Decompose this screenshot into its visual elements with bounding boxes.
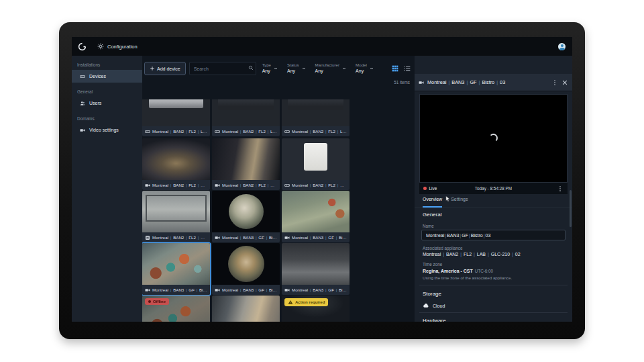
filter-manufacturer[interactable]: ManufacturerAny: [315, 62, 347, 75]
tab-settings[interactable]: Settings: [451, 197, 468, 208]
camera-icon: [215, 183, 220, 188]
device-tile[interactable]: Montreal | BAN2 | FL2 | Parki...: [142, 138, 210, 190]
device-tile[interactable]: Montreal | BAN3 | GF | Bistro...: [212, 243, 280, 295]
device-tile-label: Montreal | BAN3 | GF | Bistro...: [282, 232, 350, 242]
playback-bar: Live Today - 8:54:28 PM: [419, 183, 568, 194]
filter-status[interactable]: StatusAny: [287, 62, 307, 75]
device-tile-label: Montreal | BAN2 | FL2 | West...: [142, 232, 210, 242]
device-thumbnail: [212, 296, 280, 322]
configuration-menu[interactable]: Configuration: [97, 43, 138, 50]
device-tile[interactable]: Offline: [142, 296, 210, 322]
appliance-label: Associated appliance: [423, 246, 463, 251]
tab-overview[interactable]: Overview: [423, 197, 442, 208]
video-camera-icon: [80, 128, 85, 133]
device-tile[interactable]: Montreal | BAN3 | GF | Bistro...: [212, 191, 280, 242]
device-tile-label: Montreal | BAN3 | GF | Bistro...: [142, 285, 210, 295]
sidebar: InstallationsDevicesGeneralUsersDomainsV…: [72, 56, 142, 322]
storage-type: Cloud: [423, 302, 445, 309]
name-label: Name: [423, 224, 434, 228]
device-tile-label: Montreal | BAN2 | FL2 | LAB ...: [142, 126, 210, 136]
stage: Configuration InstallationsDevicesGenera…: [0, 0, 644, 362]
playback-kebab-icon[interactable]: [557, 185, 564, 192]
device-tile[interactable]: Montreal | BAN2 | FL2 | LAB ...: [142, 99, 210, 136]
video-player[interactable]: [419, 94, 568, 183]
device-thumbnail: Offline: [142, 296, 210, 322]
app-title: Configuration: [107, 44, 138, 50]
chevron-down-icon: [341, 66, 347, 71]
name-field[interactable]: Montreal | BAN3 | GF | Bistro | 03: [421, 230, 566, 240]
sidebar-section-label: Installations: [72, 56, 142, 70]
genetec-logo-icon: [78, 42, 87, 51]
chevron-down-icon: [301, 66, 307, 71]
loading-spinner-icon: [489, 134, 498, 142]
users-icon: [80, 101, 85, 106]
device-thumbnail: [282, 138, 350, 180]
panel-scrollbar[interactable]: [570, 190, 572, 227]
mouse-cursor-icon: [445, 195, 451, 202]
offline-badge: Offline: [145, 298, 169, 305]
timezone-note: Using the time zone of the associated ap…: [423, 275, 512, 280]
sidebar-section-label: General: [72, 83, 142, 97]
panel-tabs: OverviewSettings: [415, 194, 572, 208]
device-tile[interactable]: Montreal | BAN3 | GF | Bistro...: [282, 191, 350, 242]
sidebar-item-devices[interactable]: Devices: [72, 70, 142, 83]
items-count: 51 items: [394, 80, 410, 85]
device-tile[interactable]: Montreal | BAN2 | FL2 | West...: [142, 191, 210, 242]
device-tile[interactable]: Montreal | BAN2 | FL2 | Parki...: [212, 138, 280, 190]
appliance-icon: [284, 183, 290, 188]
chevron-down-icon: [273, 66, 278, 71]
device-tile[interactable]: Montreal | BAN2 | FL2 | LAB ...: [282, 99, 350, 136]
device-tile[interactable]: Montreal | BAN3 | GF | Bistro...: [282, 243, 350, 295]
add-device-button[interactable]: Add device: [144, 62, 186, 75]
device-tile-label: Montreal | BAN2 | FL2 | West...: [282, 180, 350, 190]
device-tile[interactable]: Montreal | BAN2 | FL2 | LAB ...: [212, 99, 280, 136]
gear-icon: [97, 43, 104, 50]
kebab-menu-icon[interactable]: [551, 79, 558, 86]
filter-type[interactable]: TypeAny: [262, 62, 278, 75]
timezone-label: Time zone: [423, 262, 442, 267]
list-view-icon[interactable]: [404, 65, 411, 72]
appliance-icon: [145, 129, 150, 134]
warning-icon: [288, 300, 293, 305]
user-avatar[interactable]: [558, 43, 566, 50]
sidebar-item-users[interactable]: Users: [72, 97, 142, 109]
device-grid: Montreal | BAN2 | FL2 | LAB ...Montreal …: [142, 99, 415, 322]
device-tile-label: Montreal | BAN2 | FL2 | LAB ...: [282, 126, 350, 136]
filter-model[interactable]: ModelAny: [356, 62, 374, 75]
device-tile-label: Montreal | BAN2 | FL2 | LAB ...: [212, 126, 280, 136]
filter-bar: TypeAnyStatusAnyManufacturerAnyModelAny: [262, 62, 374, 75]
device-tile-label: Montreal | BAN2 | FL2 | Parki...: [212, 180, 280, 190]
device-thumbnail: [212, 243, 280, 285]
search-icon: [248, 65, 254, 71]
topbar: Configuration: [72, 37, 572, 56]
device-tile[interactable]: Montreal | BAN3 | GF | Bistro...: [142, 243, 210, 295]
device-tile[interactable]: Action required: [282, 296, 350, 322]
device-thumbnail: [142, 243, 210, 285]
plus-icon: [150, 66, 155, 71]
camera-icon: [215, 287, 220, 293]
device-thumbnail: [142, 191, 210, 232]
device-thumbnail: [212, 191, 280, 232]
search-input[interactable]: [189, 62, 256, 75]
details-panel: Montreal | BAN3 | GF | Bistro | 03 Live …: [415, 56, 572, 322]
hardware-heading: Hardware: [423, 318, 446, 322]
camera-icon: [145, 183, 150, 188]
panel-header: Montreal | BAN3 | GF | Bistro | 03: [415, 74, 572, 91]
device-tile[interactable]: [212, 296, 280, 322]
timezone-value: Regina, America - CSTUTC-6:00: [423, 269, 493, 273]
general-heading: General: [423, 212, 441, 218]
divider: [419, 285, 568, 285]
device-tile-label: Montreal | BAN3 | GF | Bistro...: [212, 232, 280, 242]
sidebar-item-video-settings[interactable]: Video settings: [72, 124, 142, 136]
chevron-down-icon: [369, 66, 374, 71]
close-icon[interactable]: [561, 79, 568, 86]
panel-title: Montreal | BAN3 | GF | Bistro | 03: [427, 79, 548, 85]
device-tile[interactable]: Montreal | BAN2 | FL2 | West...: [282, 138, 350, 190]
camera-icon: [419, 80, 424, 85]
device-thumbnail: [212, 99, 280, 126]
action-badge: Action required: [284, 298, 328, 306]
grid-view-icon[interactable]: [392, 65, 398, 72]
device-thumbnail: [142, 99, 210, 126]
device-thumbnail: [212, 138, 280, 180]
device-tile-label: Montreal | BAN3 | GF | Bistro...: [282, 285, 350, 295]
